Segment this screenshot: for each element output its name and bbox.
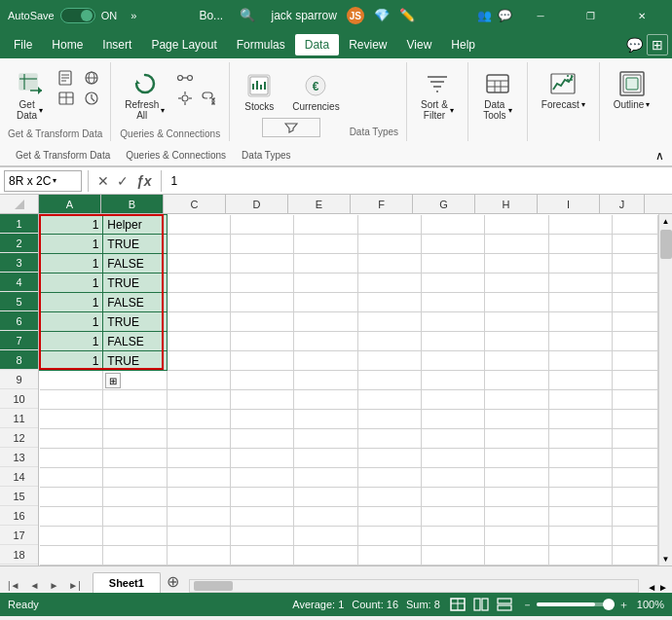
get-transform-label-bar[interactable]: Get & Transform Data <box>8 150 118 161</box>
refresh-all-button[interactable]: RefreshAll ▾ <box>119 64 170 125</box>
cell-F16[interactable] <box>357 507 421 527</box>
cell-A7[interactable]: 1 <box>40 332 103 351</box>
cell-B8[interactable]: TRUE <box>103 351 167 371</box>
cell-E9[interactable] <box>294 371 357 390</box>
cell-D4[interactable] <box>230 274 293 293</box>
scroll-left-btn[interactable]: ◄ <box>647 582 656 593</box>
cell-E1[interactable] <box>294 215 357 235</box>
cell-H4[interactable] <box>485 274 548 293</box>
cell-A11[interactable] <box>40 410 103 429</box>
cell-G13[interactable] <box>421 449 484 468</box>
outline-button[interactable]: Outline ▾ <box>608 64 656 114</box>
recent-sources-btn[interactable] <box>81 89 102 108</box>
cell-G15[interactable] <box>421 488 484 507</box>
cell-I8[interactable] <box>548 351 612 371</box>
cell-J4[interactable] <box>612 274 657 293</box>
share-icon[interactable]: 👥 <box>477 9 492 22</box>
cell-D11[interactable] <box>230 410 293 429</box>
col-header-E[interactable]: E <box>288 195 351 213</box>
cell-I3[interactable] <box>548 254 612 274</box>
stocks-button[interactable]: Stocks <box>238 66 280 116</box>
cell-B10[interactable] <box>103 390 167 410</box>
menu-help[interactable]: Help <box>441 34 485 55</box>
row-num-17[interactable]: 17 <box>0 526 38 545</box>
cell-G12[interactable] <box>421 429 484 449</box>
cell-D10[interactable] <box>230 390 293 410</box>
zoom-thumb[interactable] <box>603 599 615 610</box>
menu-data[interactable]: Data <box>295 34 339 55</box>
cell-B1[interactable]: Helper <box>103 215 167 235</box>
cell-D17[interactable] <box>230 527 293 546</box>
cell-I1[interactable] <box>548 215 612 235</box>
cell-B6[interactable]: TRUE <box>103 312 167 332</box>
cell-H12[interactable] <box>485 429 548 449</box>
cell-A9[interactable] <box>40 371 103 390</box>
insert-function-icon[interactable]: ƒx <box>133 173 155 189</box>
restore-button[interactable]: ❐ <box>569 0 614 31</box>
get-data-button[interactable]: GetData ▾ <box>9 64 52 125</box>
cell-I7[interactable] <box>548 332 612 351</box>
cell-I13[interactable] <box>548 449 612 468</box>
cell-F8[interactable] <box>357 351 421 371</box>
data-type-filter[interactable] <box>262 118 320 137</box>
cell-F6[interactable] <box>357 312 421 332</box>
cell-H10[interactable] <box>485 390 548 410</box>
row-num-2[interactable]: 2 <box>0 234 38 253</box>
cell-I15[interactable] <box>548 488 612 507</box>
cell-B7[interactable]: FALSE <box>103 332 167 351</box>
properties-btn[interactable] <box>174 89 196 108</box>
cell-G3[interactable] <box>421 254 484 274</box>
cell-C5[interactable] <box>167 293 230 312</box>
cell-G8[interactable] <box>421 351 484 371</box>
cell-E17[interactable] <box>294 527 357 546</box>
cell-D7[interactable] <box>230 332 293 351</box>
cell-F13[interactable] <box>357 449 421 468</box>
cell-H5[interactable] <box>485 293 548 312</box>
data-tools-button[interactable]: DataTools ▾ <box>476 64 519 125</box>
cell-D8[interactable] <box>230 351 293 371</box>
cell-D9[interactable] <box>230 371 293 390</box>
confirm-formula-icon[interactable]: ✓ <box>114 173 131 189</box>
cell-C3[interactable] <box>167 254 230 274</box>
cell-G11[interactable] <box>421 410 484 429</box>
cell-F5[interactable] <box>357 293 421 312</box>
forecast-button[interactable]: Forecast ▾ <box>536 64 591 114</box>
queries-connections-label-bar[interactable]: Queries & Connections <box>118 150 234 161</box>
cell-F14[interactable] <box>357 468 421 488</box>
cell-J6[interactable] <box>612 312 657 332</box>
menu-page-layout[interactable]: Page Layout <box>141 34 226 55</box>
cell-C9[interactable] <box>167 371 230 390</box>
cell-E7[interactable] <box>294 332 357 351</box>
cell-I16[interactable] <box>548 507 612 527</box>
cell-I17[interactable] <box>548 527 612 546</box>
from-table-btn[interactable] <box>56 89 77 108</box>
cell-C4[interactable] <box>167 274 230 293</box>
cell-D18[interactable] <box>230 546 293 565</box>
cell-F7[interactable] <box>357 332 421 351</box>
cell-G10[interactable] <box>421 390 484 410</box>
cell-F3[interactable] <box>357 254 421 274</box>
cell-H17[interactable] <box>485 527 548 546</box>
col-header-D[interactable]: D <box>226 195 288 213</box>
zoom-plus-icon[interactable]: ＋ <box>618 598 629 612</box>
cell-F15[interactable] <box>357 488 421 507</box>
cell-C2[interactable] <box>167 235 230 254</box>
cell-C18[interactable] <box>167 546 230 565</box>
cell-F2[interactable] <box>357 235 421 254</box>
currencies-button[interactable]: € Currencies <box>286 66 345 116</box>
tab-nav-first[interactable]: |◄ <box>4 578 24 593</box>
cell-B13[interactable] <box>103 449 167 468</box>
cell-J12[interactable] <box>612 429 657 449</box>
cell-F17[interactable] <box>357 527 421 546</box>
cell-E2[interactable] <box>294 235 357 254</box>
cell-J5[interactable] <box>612 293 657 312</box>
row-num-14[interactable]: 14 <box>0 467 38 487</box>
cell-B18[interactable] <box>103 546 167 565</box>
paste-options-icon[interactable]: ⊞ <box>105 373 121 388</box>
row-num-1[interactable]: 1 <box>0 214 38 234</box>
cell-E13[interactable] <box>294 449 357 468</box>
cell-C12[interactable] <box>167 429 230 449</box>
cell-A2[interactable]: 1 <box>40 235 103 254</box>
col-header-G[interactable]: G <box>413 195 475 213</box>
tab-nav-next[interactable]: ► <box>45 578 62 593</box>
